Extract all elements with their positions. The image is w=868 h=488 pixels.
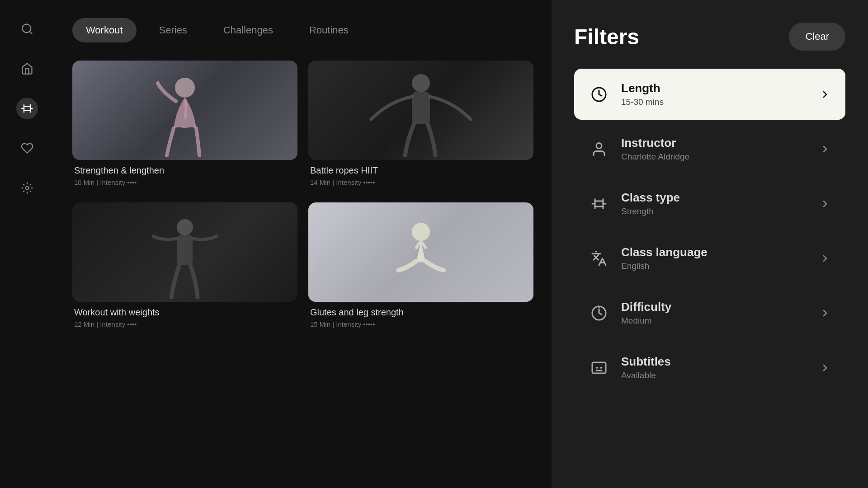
chevron-right-icon bbox=[818, 142, 832, 156]
filter-item-instructor[interactable]: Instructor Charlotte Aldridge bbox=[574, 123, 845, 174]
filter-value: Strength bbox=[621, 206, 818, 216]
workout-card[interactable]: Glutes and leg strength 15 Min | Intensi… bbox=[308, 202, 533, 333]
tab-workout[interactable]: Workout bbox=[72, 18, 137, 42]
filter-label: Class language bbox=[621, 245, 818, 259]
instructor-icon bbox=[588, 138, 610, 160]
subtitles-icon bbox=[588, 357, 610, 379]
svg-point-16 bbox=[596, 143, 602, 148]
filter-item-length[interactable]: Length 15-30 mins bbox=[574, 69, 845, 120]
filter-text-class-language: Class language English bbox=[621, 245, 818, 271]
workout-grid: Strengthen & lengthen 16 Min | Intensity… bbox=[72, 61, 533, 333]
svg-point-9 bbox=[175, 78, 195, 98]
favorites-icon[interactable] bbox=[16, 137, 38, 159]
svg-point-12 bbox=[177, 219, 193, 235]
svg-point-8 bbox=[26, 187, 29, 190]
filter-value: Medium bbox=[621, 316, 818, 326]
chevron-right-icon bbox=[818, 306, 832, 320]
main-content: Workout Series Challenges Routines Stren… bbox=[54, 0, 552, 488]
workout-card[interactable]: Battle ropes HIIT 14 Min | Intensity •••… bbox=[308, 61, 533, 192]
filter-label: Length bbox=[621, 81, 818, 95]
clock-icon bbox=[588, 83, 610, 106]
difficulty-icon bbox=[588, 302, 610, 324]
filter-text-subtitles: Subtitles Available bbox=[621, 355, 818, 380]
svg-point-10 bbox=[412, 74, 430, 92]
chevron-right-icon bbox=[818, 361, 832, 375]
filter-item-subtitles[interactable]: Subtitles Available bbox=[574, 342, 845, 393]
filter-value: Charlotte Aldridge bbox=[621, 152, 818, 162]
svg-rect-25 bbox=[592, 362, 606, 373]
filter-text-difficulty: Difficulty Medium bbox=[621, 300, 818, 326]
sidebar bbox=[0, 0, 54, 488]
tab-challenges[interactable]: Challenges bbox=[210, 18, 287, 42]
card-meta: 14 Min | Intensity ••••• bbox=[310, 178, 532, 186]
card-title: Battle ropes HIIT bbox=[310, 165, 532, 176]
svg-point-14 bbox=[412, 223, 430, 241]
card-title: Workout with weights bbox=[74, 307, 296, 318]
card-meta: 15 Min | Intensity ••••• bbox=[310, 320, 532, 328]
filter-value: Available bbox=[621, 371, 818, 380]
filter-label: Subtitles bbox=[621, 355, 818, 369]
home-icon[interactable] bbox=[16, 58, 38, 80]
svg-line-1 bbox=[29, 31, 32, 33]
filters-header: Filters Clear bbox=[574, 23, 845, 51]
card-meta: 12 Min | Intensity •••• bbox=[74, 320, 296, 328]
tab-bar: Workout Series Challenges Routines bbox=[72, 18, 533, 42]
filters-title: Filters bbox=[574, 24, 639, 49]
tab-series[interactable]: Series bbox=[146, 18, 201, 42]
filter-value: 15-30 mins bbox=[621, 97, 818, 107]
chevron-right-icon bbox=[818, 88, 832, 101]
card-title: Strengthen & lengthen bbox=[74, 165, 296, 176]
tab-routines[interactable]: Routines bbox=[296, 18, 362, 42]
search-icon[interactable] bbox=[16, 18, 38, 40]
language-icon bbox=[588, 247, 610, 270]
filter-text-length: Length 15-30 mins bbox=[621, 81, 818, 107]
settings-icon[interactable] bbox=[16, 177, 38, 199]
workout-card[interactable]: Strengthen & lengthen 16 Min | Intensity… bbox=[72, 61, 297, 192]
workout-icon[interactable] bbox=[16, 98, 38, 119]
filters-panel: Filters Clear Length 15-30 mins bbox=[552, 0, 868, 488]
chevron-right-icon bbox=[818, 252, 832, 265]
clear-button[interactable]: Clear bbox=[789, 23, 845, 51]
filter-label: Difficulty bbox=[621, 300, 818, 314]
svg-rect-13 bbox=[177, 235, 193, 265]
filter-label: Instructor bbox=[621, 136, 818, 150]
class-type-icon bbox=[588, 192, 610, 215]
card-title: Glutes and leg strength bbox=[310, 307, 532, 318]
filter-label: Class type bbox=[621, 191, 818, 205]
filter-item-difficulty[interactable]: Difficulty Medium bbox=[574, 287, 845, 338]
workout-card[interactable]: Workout with weights 12 Min | Intensity … bbox=[72, 202, 297, 333]
svg-rect-11 bbox=[412, 92, 430, 124]
card-meta: 16 Min | Intensity •••• bbox=[74, 178, 296, 186]
filter-text-class-type: Class type Strength bbox=[621, 191, 818, 216]
filter-text-instructor: Instructor Charlotte Aldridge bbox=[621, 136, 818, 162]
filter-item-class-type[interactable]: Class type Strength bbox=[574, 178, 845, 229]
chevron-right-icon bbox=[818, 197, 832, 211]
filter-value: English bbox=[621, 261, 818, 271]
filter-item-class-language[interactable]: Class language English bbox=[574, 233, 845, 284]
